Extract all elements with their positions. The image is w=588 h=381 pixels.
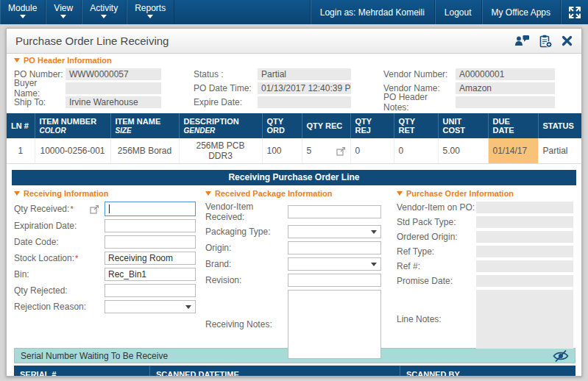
vendor-item-on-po-value	[476, 202, 573, 213]
line-notes-label: Line Notes:	[397, 314, 442, 324]
collapse-triangle-icon	[397, 191, 403, 196]
cell-ln: 1	[7, 138, 35, 164]
brand-select[interactable]	[288, 257, 381, 271]
receiving-notes-label: Receiving Notes:	[205, 319, 272, 330]
origin-input[interactable]	[288, 241, 381, 254]
rejection-reason-select[interactable]	[105, 300, 196, 313]
qty-received-popout-icon[interactable]	[90, 204, 99, 214]
receiving-notes-textarea[interactable]	[288, 290, 381, 359]
nav-menu-view-label: View	[54, 3, 73, 13]
ref-number-label: Ref #:	[397, 261, 420, 271]
col-status: STATUS	[538, 113, 582, 138]
buyer-name-value	[65, 82, 161, 94]
po-date-time-label: PO Date Time:	[194, 83, 258, 93]
chevron-down-icon	[20, 15, 26, 21]
line-notes-value	[476, 290, 573, 349]
packaging-type-label: Packaging Type:	[205, 227, 271, 237]
col-item-name: ITEM NAMESIZE	[110, 113, 179, 138]
revision-input[interactable]	[288, 274, 381, 287]
col-description: DESCRIPTIONGENDER	[179, 113, 262, 138]
collapse-triangle-icon	[14, 191, 20, 196]
qty-rejected-input[interactable]	[105, 284, 196, 297]
qty-rejected-label: Qty Rejected:	[14, 285, 68, 296]
vendor-item-received-input[interactable]	[288, 205, 381, 218]
expiration-date-input[interactable]	[105, 219, 196, 232]
ordered-origin-label: Ordered Origin:	[397, 232, 458, 242]
col-unit-cost: UNIT COST	[438, 113, 488, 138]
vendor-item-received-label: Vendor-Item Received:	[205, 202, 288, 222]
purchase-order-info-section: Purchase Order Information Vendor-Item o…	[397, 189, 574, 345]
logout-button[interactable]: Logout	[434, 0, 481, 24]
received-package-section: Received Package Information Vendor-Item…	[205, 189, 391, 345]
po-header-section: PO Header Information PO Number:WWW00000…	[7, 54, 581, 110]
po-date-time-value: 01/13/2017 12:40:39 PM	[258, 82, 351, 94]
ordered-origin-value	[476, 231, 573, 243]
required-marker: *	[70, 204, 73, 213]
po-number-value: WWW0000057	[65, 68, 161, 80]
col-item-number: ITEM NUMBERCOLOR	[35, 113, 110, 138]
nav-menu-activity[interactable]: Activity	[82, 0, 127, 24]
close-icon[interactable]	[562, 35, 573, 46]
date-code-input[interactable]	[105, 235, 196, 249]
col-color-label: COLOR	[40, 127, 106, 135]
ship-to-value: Irvine Warehouse	[65, 96, 161, 108]
cell-item-number: 10000-0256-001	[35, 138, 110, 164]
chevron-down-icon	[101, 15, 107, 21]
chevron-down-icon	[371, 230, 377, 234]
received-package-toggle[interactable]: Received Package Information	[205, 189, 391, 198]
po-line-table: LN # ITEM NUMBERCOLOR ITEM NAMESIZE DESC…	[7, 113, 582, 164]
receiving-info-section: Receiving Information Qty Received:*	[14, 189, 199, 345]
col-scanned-by: SCANNED BY	[400, 366, 575, 377]
purchase-order-info-toggle[interactable]: Purchase Order Information	[397, 189, 574, 198]
status-value: Partial	[258, 68, 351, 80]
promise-date-value	[476, 275, 573, 287]
vendor-number-label: Vendor Number:	[383, 69, 456, 79]
chevron-down-icon	[147, 15, 153, 21]
nav-menu-view[interactable]: View	[46, 0, 82, 24]
fullscreen-expand-button[interactable]	[560, 0, 588, 24]
qty-rec-value: 5	[307, 146, 312, 156]
table-row[interactable]: 1 10000-0256-001 256MB Borad 256MB PCB D…	[7, 138, 582, 164]
po-header-section-title: PO Header Information	[24, 56, 112, 65]
cell-description: 256MB PCB DDR3	[179, 138, 262, 164]
user-chat-icon[interactable]	[514, 35, 530, 47]
serial-waiting-title: Serial Number Waiting To Be Receive	[21, 351, 168, 361]
rejection-reason-label: Rejection Reason:	[14, 302, 86, 312]
collapse-triangle-icon	[14, 58, 20, 63]
buyer-name-label: Buyer Name:	[14, 78, 65, 99]
cell-qty-ret: 0	[394, 138, 438, 164]
required-marker: *	[75, 254, 78, 263]
nav-menu-reports[interactable]: Reports	[127, 0, 174, 24]
nav-menu-reports-label: Reports	[135, 3, 166, 13]
po-header-section-toggle[interactable]: PO Header Information	[14, 56, 574, 65]
qty-received-input[interactable]	[105, 202, 196, 216]
qty-rec-popout-icon[interactable]	[336, 146, 346, 156]
stock-location-input[interactable]	[105, 252, 196, 265]
col-due-date: DUE DATE	[488, 113, 538, 138]
ref-number-value	[476, 260, 573, 272]
chevron-down-icon	[185, 305, 191, 309]
col-qty-ret: QTY RET	[394, 113, 438, 138]
packaging-type-select[interactable]	[288, 225, 381, 238]
stock-location-label: Stock Location:	[14, 253, 74, 263]
clipboard-add-icon[interactable]	[539, 35, 553, 48]
std-pack-type-label: Std Pack Type:	[397, 217, 456, 227]
nav-menu-activity-label: Activity	[90, 3, 118, 13]
col-gender-label: GENDER	[184, 127, 258, 135]
date-code-label: Date Code:	[14, 237, 59, 247]
bin-input[interactable]	[105, 268, 196, 281]
eye-slash-icon[interactable]	[553, 350, 569, 362]
col-scanned-datetime: SCANNED DATETIME	[150, 366, 400, 377]
col-qty-ord: QTY ORD	[262, 113, 302, 138]
col-item-name-label: ITEM NAME	[116, 117, 161, 126]
cell-item-name: 256MB Borad	[110, 138, 179, 164]
col-ln: LN #	[7, 113, 35, 138]
receiving-info-toggle[interactable]: Receiving Information	[14, 189, 199, 198]
cell-qty-ord: 100	[262, 138, 302, 164]
nav-menu-module[interactable]: Module	[0, 0, 46, 24]
nav-menu-module-label: Module	[8, 3, 37, 13]
received-package-title: Received Package Information	[215, 189, 333, 198]
text-caret	[109, 204, 110, 213]
my-office-apps-button[interactable]: My Office Apps	[481, 0, 560, 24]
std-pack-type-value	[476, 216, 573, 228]
